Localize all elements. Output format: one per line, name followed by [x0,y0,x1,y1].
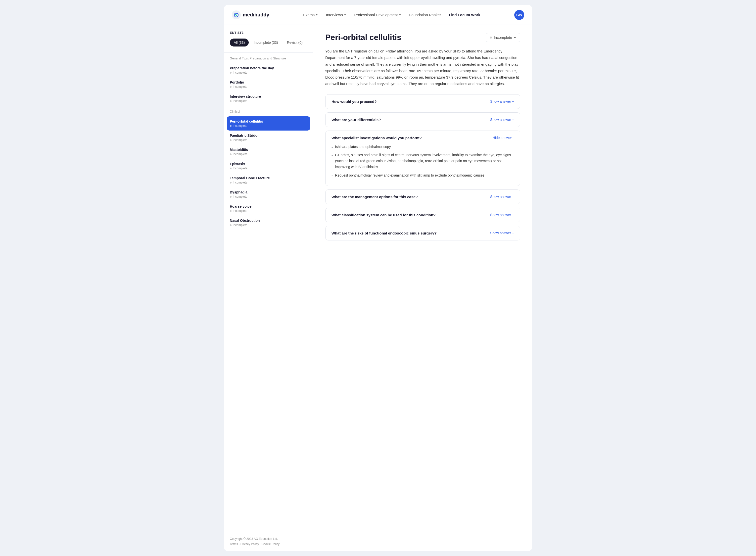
status-dot-temporal-bone-fracture [230,182,232,183]
status-dot-paediatric-stridor [230,139,232,141]
privacy-link[interactable]: Privacy Policy [240,542,259,546]
qa-question-6: What are the risks of functional endosco… [332,231,437,235]
sidebar-item-peri-orbital-cellulitis[interactable]: Peri-orbital cellulitis Incomplete [227,116,310,131]
status-dropdown[interactable]: Incomplete ▾ [486,33,520,42]
interviews-dropdown-arrow: ▼ [344,13,346,16]
qa-card-5: What classification system can be used f… [325,208,520,222]
sidebar-item-mastoiditis[interactable]: Mastoiditis Incomplete [224,145,313,159]
page-title: Peri-orbital cellulitis [325,33,401,42]
logo[interactable]: medibuddy [232,10,269,20]
status-dot-mastoiditis [230,153,232,155]
sidebar-item-epistaxis[interactable]: Epistaxis Incomplete [224,159,313,173]
case-description: You are the ENT registrar on call on Fri… [325,48,520,87]
cookie-link[interactable]: Cookie Policy [261,542,279,546]
nav-interviews[interactable]: Interviews ▼ [326,13,346,17]
answer-item-3-3: Request ophthalmology review and examina… [332,173,514,178]
app-wrapper: medibuddy Exams ▼ Interviews ▼ Professio… [219,0,537,556]
sidebar-item-dysphagia[interactable]: Dysphagia Incomplete [224,187,313,201]
terms-link[interactable]: Terms [230,542,238,546]
qa-toggle-1[interactable]: Show answer + [490,100,514,103]
status-dot-interview [230,100,232,102]
main-nav: Exams ▼ Interviews ▼ Professional Develo… [303,13,480,17]
qa-card-6: What are the risks of functional endosco… [325,226,520,240]
sidebar: ENT ST3 All (33) Incomplete (33) Revisit… [224,25,313,551]
main-content: Peri-orbital cellulitis Incomplete ▾ You… [313,25,532,551]
section-label-general: General Tips, Preparation and Structure [224,53,313,63]
sidebar-item-hoarse-voice[interactable]: Hoarse voice Incomplete [224,201,313,216]
qa-question-1: How would you proceed? [332,100,377,104]
sidebar-item-portfolio[interactable]: Portfolio Incomplete [224,77,313,92]
qa-card-1: How would you proceed? Show answer + [325,94,520,109]
sidebar-footer: Copyright © 2023 AG Education Ltd. Terms… [224,532,313,551]
status-dot-epistaxis [230,168,232,169]
sidebar-item-nasal-obstruction[interactable]: Nasal Obstruction Incomplete [224,216,313,230]
status-dropdown-dot [490,37,492,39]
sidebar-item-interview-structure[interactable]: Interview structure Incomplete [224,92,313,106]
body-layout: ENT ST3 All (33) Incomplete (33) Revisit… [224,25,532,551]
status-dot-dysphagia [230,196,232,198]
sidebar-section-title: ENT ST3 [224,31,313,39]
qa-card-4: What are the management options for this… [325,189,520,204]
qa-toggle-2[interactable]: Show answer + [490,117,514,121]
qa-card-2: What are your differentials? Show answer… [325,112,520,127]
filter-tab-incomplete[interactable]: Incomplete (33) [250,39,282,46]
qa-toggle-4[interactable]: Show answer + [490,195,514,199]
copyright-text: Copyright © 2023 AG Education Ltd. [230,536,307,542]
qa-card-3: What specialist investigations would you… [325,131,520,186]
sidebar-items-list: General Tips, Preparation and Structure … [224,53,313,532]
nav-foundation-ranker[interactable]: Foundation Ranker [409,13,441,17]
sidebar-item-preparation[interactable]: Preparation before the day Incomplete [224,63,313,77]
answer-item-3-2: CT orbits, sinuses and brain if signs of… [332,152,514,170]
nav-professional-development[interactable]: Professional Development ▼ [354,13,401,17]
exams-dropdown-arrow: ▼ [316,13,318,16]
qa-question-5: What classification system can be used f… [332,213,436,217]
logo-icon [232,10,241,20]
qa-answer-3: Ishihara plates and ophthalmoscopy CT or… [332,144,514,178]
header: medibuddy Exams ▼ Interviews ▼ Professio… [224,5,532,25]
status-dot-peri-orbital [230,125,232,127]
status-dropdown-label: Incomplete [494,35,512,39]
nav-exams[interactable]: Exams ▼ [303,13,318,17]
status-dot-nasal-obstruction [230,224,232,226]
footer-links: Terms · Privacy Policy · Cookie Policy [230,542,307,547]
status-dropdown-arrow-icon: ▾ [514,35,516,40]
section-label-clinical: Clinical [224,106,313,116]
nav-find-locum[interactable]: Find Locum Work [449,13,480,17]
filter-tab-all[interactable]: All (33) [230,39,249,46]
qa-toggle-3[interactable]: Hide answer - [493,136,514,140]
qa-toggle-5[interactable]: Show answer + [490,213,514,217]
user-avatar[interactable]: GW [514,10,524,20]
sidebar-item-temporal-bone-fracture[interactable]: Temporal Bone Fracture Incomplete [224,173,313,187]
qa-question-2: What are your differentials? [332,117,381,122]
main-card: medibuddy Exams ▼ Interviews ▼ Professio… [224,5,532,551]
prodev-dropdown-arrow: ▼ [399,13,401,16]
status-dot-hoarse-voice [230,210,232,212]
status-dot-portfolio [230,86,232,88]
qa-toggle-6[interactable]: Show answer + [490,231,514,235]
qa-question-3: What specialist investigations would you… [332,136,422,140]
answer-item-3-1: Ishihara plates and ophthalmoscopy [332,144,514,150]
sidebar-item-paediatric-stridor[interactable]: Paediatric Stridor Incomplete [224,131,313,145]
status-dot-preparation [230,72,232,74]
qa-question-4: What are the management options for this… [332,195,418,199]
filter-tab-revisit[interactable]: Revisit (0) [283,39,307,46]
filter-tabs: All (33) Incomplete (33) Revisit (0) [224,39,313,53]
content-header: Peri-orbital cellulitis Incomplete ▾ [325,33,520,42]
